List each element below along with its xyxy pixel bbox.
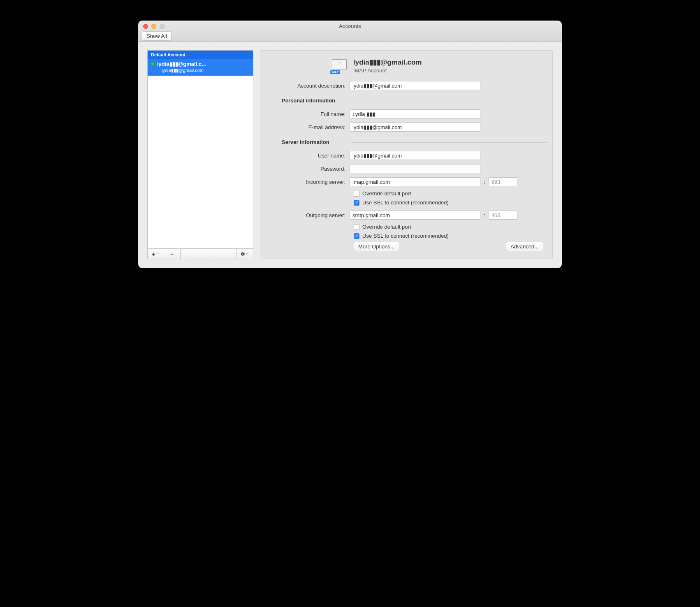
chevron-down-icon: ﹀ — [156, 251, 160, 257]
incoming-override-checkbox[interactable] — [354, 191, 359, 197]
minus-icon: − — [170, 250, 174, 257]
incoming-ssl-label: Use SSL to connect (recommended) — [362, 199, 449, 206]
incoming-port-input[interactable] — [489, 177, 517, 186]
account-list-item[interactable]: lydia▮▮▮@gmail.c... lydia▮▮▮@gmail.com — [148, 59, 253, 76]
password-label: Password: — [269, 166, 350, 172]
titlebar: Accounts Show All — [138, 21, 562, 42]
accounts-window: Accounts Show All Default Account lydia▮… — [138, 21, 562, 268]
account-list-header: Default Account — [148, 51, 253, 59]
password-input[interactable] — [350, 164, 480, 173]
sidebar-footer: +﹀ − ✻﹀ — [147, 248, 253, 259]
advanced-button[interactable]: Advanced... — [506, 242, 543, 251]
outgoing-server-input[interactable] — [350, 211, 480, 220]
incoming-ssl-checkbox[interactable]: ✓ — [354, 200, 359, 206]
add-account-button[interactable]: +﹀ — [148, 249, 164, 259]
plus-icon: + — [152, 250, 155, 257]
outgoing-override-checkbox[interactable] — [354, 224, 359, 230]
incoming-server-label: Incoming server: — [269, 179, 350, 185]
outgoing-ssl-checkbox[interactable]: ✓ — [354, 233, 359, 239]
account-description-input[interactable] — [350, 81, 480, 90]
mail-imap-icon: IMAP — [331, 58, 348, 73]
account-description-label: Account description: — [269, 83, 350, 89]
status-online-icon — [151, 62, 155, 66]
email-input[interactable] — [350, 123, 480, 132]
account-details-pane: IMAP lydia▮▮▮@gmail.com IMAP Account Acc… — [260, 50, 553, 259]
window-title: Accounts — [138, 23, 562, 29]
outgoing-override-label: Override default port — [362, 224, 411, 230]
account-email-title: lydia▮▮▮@gmail.com — [353, 58, 422, 67]
personal-info-header: Personal information — [282, 97, 543, 104]
account-item-title: lydia▮▮▮@gmail.c... — [157, 61, 206, 67]
username-input[interactable] — [350, 151, 480, 160]
account-sidebar: Default Account lydia▮▮▮@gmail.c... lydi… — [147, 50, 253, 259]
email-label: E-mail address: — [269, 124, 350, 130]
outgoing-ssl-label: Use SSL to connect (recommended) — [362, 233, 449, 239]
account-type-label: IMAP Account — [353, 67, 422, 74]
fullname-label: Full name: — [269, 111, 350, 117]
chevron-down-icon: ﹀ — [246, 251, 249, 257]
incoming-server-input[interactable] — [350, 177, 480, 186]
more-options-button[interactable]: More Options... — [354, 242, 399, 251]
gear-icon: ✻ — [241, 251, 245, 257]
show-all-button[interactable]: Show All — [142, 31, 172, 41]
account-item-sub: lydia▮▮▮@gmail.com — [151, 68, 250, 73]
remove-account-button[interactable]: − — [164, 249, 181, 259]
username-label: User name: — [269, 153, 350, 159]
incoming-override-label: Override default port — [362, 190, 411, 197]
outgoing-port-input[interactable] — [489, 211, 517, 220]
server-info-header: Server information — [282, 139, 543, 145]
outgoing-server-label: Outgoing server: — [269, 212, 350, 218]
account-actions-button[interactable]: ✻﹀ — [236, 249, 253, 259]
account-list[interactable]: Default Account lydia▮▮▮@gmail.c... lydi… — [147, 50, 253, 248]
fullname-input[interactable] — [350, 109, 480, 118]
